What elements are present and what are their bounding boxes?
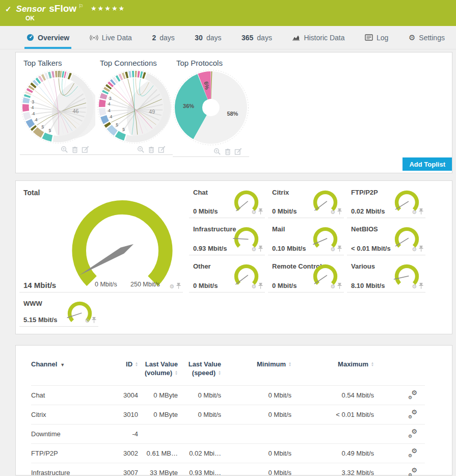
table-row[interactable]: Downtime-4⚙⚙: [31, 425, 425, 444]
gauge-value: < 0.01 Mbit/s: [351, 245, 391, 252]
tab-number: 365: [242, 34, 253, 42]
column-header-last-value-volume-[interactable]: Last Value (volume)▲▼: [138, 358, 178, 386]
cell-last-value-volume-: 0 MByte: [138, 405, 178, 425]
gauge-pin-icon[interactable]: [337, 207, 342, 217]
cell-minimum: 0 Mbit/s: [221, 386, 291, 405]
gauge-icons: ⚙: [412, 207, 423, 217]
gauge-max-label: 250 Mbit/s: [130, 281, 160, 288]
gauge-settings-gear-icon[interactable]: ⚙: [251, 247, 256, 252]
zoom-icon[interactable]: [213, 148, 221, 157]
cell-id: 3002: [102, 444, 138, 463]
cell-last-value-speed-: 0.93 Mbi…: [178, 463, 221, 476]
tab-30-days[interactable]: 30days: [193, 26, 223, 49]
delete-icon[interactable]: [148, 146, 155, 155]
cell-last-value-volume-: 33 MByte: [138, 463, 178, 476]
gauge-label: Mail: [272, 225, 285, 233]
gauge-settings-gear-icon[interactable]: ⚙: [251, 284, 256, 289]
column-header-maximum[interactable]: Maximum▲▼: [291, 358, 374, 386]
tab-overview[interactable]: Overview: [24, 26, 71, 49]
zoom-icon[interactable]: [137, 146, 145, 155]
toplist-chart: 58%36%6%: [173, 69, 249, 148]
cell-last-value-volume-: 0.61 MB…: [138, 444, 178, 463]
column-header-minimum[interactable]: Minimum▲▼: [221, 358, 291, 386]
gauge-pin-icon[interactable]: [419, 207, 423, 217]
channel-settings-icon[interactable]: ⚙⚙: [408, 410, 417, 418]
gauge-remote-control: Remote Control0 Mbit/s⚙: [268, 260, 344, 293]
gauge-pin-icon[interactable]: [337, 282, 342, 291]
priority-stars[interactable]: ★★★★★: [91, 5, 125, 12]
gauge-pin-icon[interactable]: [337, 245, 342, 254]
gauge-settings-gear-icon[interactable]: ⚙: [85, 318, 90, 323]
gauge-value: 14 Mbit/s: [23, 281, 56, 289]
delete-icon[interactable]: [224, 148, 231, 157]
svg-text:3: 3: [32, 99, 34, 104]
sensor-name: sFlow: [49, 3, 76, 14]
add-toplist-button[interactable]: Add Toplist: [403, 157, 452, 171]
column-header-channel[interactable]: Channel▼: [31, 358, 102, 386]
toplist-card-top-talkers: Top Talkers46554443: [20, 59, 96, 157]
cell-maximum: [291, 425, 374, 444]
gauge-www: WWW5.15 Mbit/s⚙: [19, 297, 98, 327]
broadcast-icon: [90, 34, 98, 41]
svg-text:4: 4: [110, 114, 113, 119]
tab-settings[interactable]: ⚙Settings: [407, 26, 447, 49]
gauge-icons: ⚙: [330, 282, 342, 291]
column-header-actions: [374, 358, 425, 386]
gauge-pin-icon[interactable]: [258, 207, 263, 217]
gauge-settings-gear-icon[interactable]: ⚙: [330, 209, 335, 215]
gauge-settings-gear-icon[interactable]: ⚙: [330, 247, 335, 252]
svg-text:5: 5: [41, 124, 44, 129]
cell-id: 3007: [102, 463, 138, 476]
column-label: Channel: [31, 360, 57, 368]
channel-settings-icon[interactable]: ⚙⚙: [408, 468, 417, 476]
cell-actions: ⚙⚙: [374, 405, 425, 425]
svg-text:4: 4: [33, 111, 35, 116]
gauge-settings-gear-icon[interactable]: ⚙: [412, 284, 417, 289]
tab-historic-data[interactable]: Historic Data: [290, 26, 346, 49]
cell-actions: ⚙⚙: [374, 463, 425, 476]
gauge-value: 8.10 Mbit/s: [351, 282, 385, 289]
gauge-icons: ⚙: [251, 282, 263, 291]
tab-live-data[interactable]: Live Data: [88, 26, 134, 49]
gauge-pin-icon[interactable]: [92, 316, 96, 325]
tab-label: days: [159, 34, 175, 42]
cell-maximum: 0.49 Mbit/s: [291, 444, 374, 463]
gauge-label: Citrix: [272, 189, 289, 196]
tab-365-days[interactable]: 365days: [239, 26, 274, 49]
gauge-pin-icon[interactable]: [258, 245, 263, 254]
gauges-panel: Total0 Mbit/s250 Mbit/s14 Mbit/s⚙Chat0 M…: [15, 180, 452, 334]
cell-last-value-speed-: 0.02 Mbi…: [178, 444, 221, 463]
table-row[interactable]: Citrix30100 MByte0 Mbit/s0 Mbit/s< 0.01 …: [31, 405, 425, 425]
gauge-settings-gear-icon[interactable]: ⚙: [412, 209, 417, 215]
channel-settings-icon[interactable]: ⚙⚙: [408, 429, 417, 437]
gauge-pin-icon[interactable]: [419, 245, 423, 254]
gauge-citrix: Citrix0 Mbit/s⚙: [268, 186, 344, 218]
tab-log[interactable]: Log: [363, 26, 390, 49]
object-category: Sensor: [16, 4, 46, 14]
gauge-icons: ⚙: [169, 282, 181, 291]
column-header-last-value-speed-[interactable]: Last Value (speed)▲▼: [178, 358, 221, 386]
table-row[interactable]: Chat30040 MByte0 Mbit/s0 Mbit/s0.54 Mbit…: [31, 386, 425, 405]
gauge-pin-icon[interactable]: [258, 282, 263, 291]
gauge-pin-icon[interactable]: [419, 282, 423, 291]
tab-number: 2: [152, 34, 156, 42]
gauge-pin-icon[interactable]: [176, 282, 181, 291]
tab-2-days[interactable]: 2days: [150, 26, 176, 49]
table-row[interactable]: FTP/P2P30020.61 MB…0.02 Mbi…0 Mbit/s0.49…: [31, 444, 425, 463]
gauge-settings-gear-icon[interactable]: ⚙: [169, 284, 174, 289]
gauge-infrastructure: Infrastructure0.93 Mbit/s⚙: [189, 223, 265, 255]
table-row[interactable]: Infrastructure300733 MByte0.93 Mbi…0 Mbi…: [31, 463, 425, 476]
delete-icon[interactable]: [71, 146, 78, 155]
tab-label: Historic Data: [304, 34, 344, 42]
channel-settings-icon[interactable]: ⚙⚙: [408, 390, 417, 399]
channel-settings-icon[interactable]: ⚙⚙: [408, 448, 417, 457]
edit-icon[interactable]: [82, 146, 89, 155]
gauge-settings-gear-icon[interactable]: ⚙: [330, 284, 335, 289]
gauge-settings-gear-icon[interactable]: ⚙: [412, 247, 417, 252]
column-header-id[interactable]: ID▲▼: [102, 358, 138, 386]
edit-icon[interactable]: [234, 148, 242, 157]
zoom-icon[interactable]: [61, 146, 68, 155]
edit-icon[interactable]: [158, 146, 166, 155]
gauge-settings-gear-icon[interactable]: ⚙: [251, 209, 256, 215]
toplists-panel: Top Talkers46554443Top Connections495544…: [15, 52, 452, 173]
